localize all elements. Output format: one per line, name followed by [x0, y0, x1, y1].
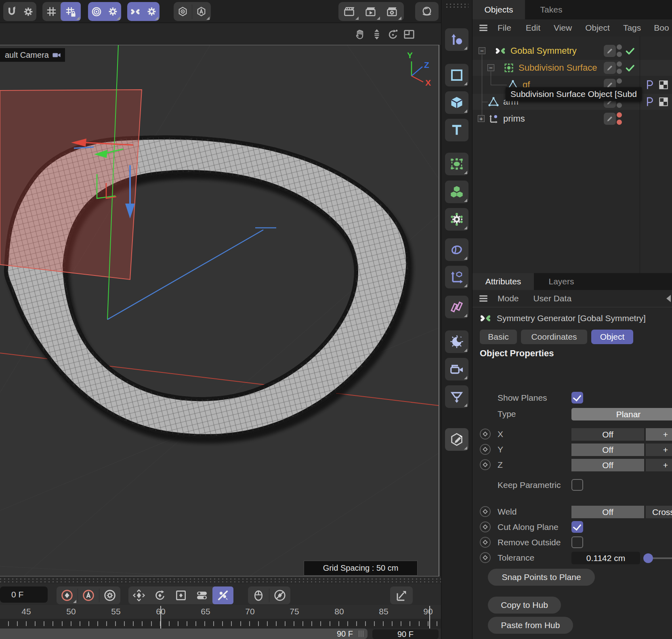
visibility-dot-render[interactable] — [617, 69, 622, 74]
axis-center-button[interactable] — [88, 2, 105, 21]
render-view-button[interactable] — [338, 2, 360, 21]
tolerance-input[interactable]: 0.1142 cm — [571, 552, 640, 564]
expand-toggle[interactable]: + — [478, 115, 485, 122]
tab-attributes[interactable]: Attributes — [472, 273, 534, 290]
texture-tag-icon[interactable] — [658, 80, 669, 90]
asset-a-button[interactable] — [192, 2, 210, 21]
viewport-canvas[interactable]: Y Z X — [0, 45, 439, 576]
visibility-dot-render[interactable] — [617, 120, 622, 125]
move-tool-button[interactable] — [445, 28, 468, 51]
symmetry-settings-button[interactable] — [143, 2, 160, 21]
hamburger-icon[interactable] — [478, 23, 489, 33]
visibility-dot-render[interactable] — [617, 52, 622, 57]
solo-animation-button[interactable] — [269, 586, 290, 604]
asset-eye-button[interactable] — [174, 2, 192, 21]
menu-tags[interactable]: Tags — [623, 23, 641, 33]
menu-view[interactable]: View — [554, 23, 572, 33]
enabled-check-icon[interactable] — [625, 63, 635, 73]
hamburger-icon[interactable] — [478, 293, 489, 304]
snap-points-to-plane-button[interactable]: Snap Points to Plane — [488, 569, 595, 586]
tab-coordinates[interactable]: Coordinates — [521, 330, 587, 344]
show-planes-checkbox[interactable] — [571, 392, 583, 404]
tab-objects[interactable]: Objects — [472, 0, 525, 19]
magnet-snap-button[interactable] — [3, 2, 20, 21]
keep-parametric-checkbox[interactable] — [571, 479, 583, 491]
camera-label[interactable]: ault Camera — [0, 48, 65, 62]
toggle-view-button[interactable] — [403, 28, 417, 40]
mouse-scrub-button[interactable] — [248, 586, 269, 604]
symmetry-toggle-button[interactable] — [127, 2, 143, 21]
palette-handle-vertical[interactable] — [445, 3, 468, 9]
scale-key-button[interactable] — [170, 586, 191, 604]
menu-edit[interactable]: Edit — [526, 23, 540, 33]
viewport[interactable]: Y Z X ault Camera Grid Spacing : 50 cm — [0, 45, 439, 576]
menu-object[interactable]: Object — [585, 23, 610, 33]
y-add-button[interactable]: + — [646, 444, 672, 456]
tree-row-gobal-symmetry[interactable]: − Gobal Symmetry — [472, 43, 672, 59]
modeling-settings-button[interactable] — [445, 428, 468, 451]
timeline-ruler[interactable]: 45 50 55 60 65 70 75 80 85 90 — [0, 605, 441, 619]
menu-bookmarks[interactable]: Boo — [654, 23, 669, 33]
collapse-toggle[interactable]: − — [487, 64, 494, 71]
keyframe-circle-icon[interactable] — [480, 506, 491, 517]
x-off-button[interactable]: Off — [571, 428, 644, 441]
autokey-button[interactable] — [78, 586, 99, 604]
surface-mode-button[interactable] — [445, 238, 468, 261]
collapse-toggle[interactable]: − — [479, 47, 485, 54]
y-off-button[interactable]: Off — [571, 444, 644, 456]
menu-file[interactable]: File — [498, 23, 511, 33]
position-key-button[interactable] — [128, 586, 149, 604]
tolerance-slider-track[interactable] — [653, 557, 672, 559]
object-label[interactable]: Gobal Symmetry — [510, 46, 577, 56]
record-keyframe-button[interactable] — [57, 586, 78, 604]
object-label[interactable]: Subdivision Surface — [519, 63, 597, 73]
object-axis-mode-button[interactable] — [445, 266, 468, 288]
frame-marker-90[interactable] — [429, 606, 430, 628]
keyframe-off-button[interactable] — [212, 586, 233, 604]
zoom-view-button[interactable] — [371, 28, 384, 40]
tab-object[interactable]: Object — [591, 330, 633, 344]
keyframe-circle-icon[interactable] — [480, 444, 491, 455]
edit-toggle[interactable] — [604, 113, 616, 125]
tab-layers[interactable]: Layers — [541, 273, 582, 290]
render-to-picture-viewer-button[interactable] — [360, 2, 381, 21]
render-settings-button[interactable] — [381, 2, 403, 21]
max-frame-field[interactable]: 90 F — [372, 629, 439, 639]
rotate-view-button[interactable] — [387, 28, 401, 40]
phong-tag-icon[interactable] — [644, 96, 655, 107]
rotation-key-button[interactable] — [149, 586, 170, 604]
lock-workplane-button[interactable] — [61, 2, 81, 21]
type-dropdown[interactable]: Planar — [571, 408, 672, 420]
preview-range-slider[interactable]: 90 F — [0, 628, 368, 639]
z-off-button[interactable]: Off — [571, 459, 644, 471]
palette-handle-horizontal[interactable] — [0, 576, 441, 584]
z-add-button[interactable]: + — [646, 459, 672, 471]
texture-tag-icon[interactable] — [658, 97, 669, 107]
visibility-dot-editor[interactable] — [617, 61, 622, 67]
visibility-dot-render[interactable] — [617, 103, 622, 108]
menu-user-data[interactable]: User Data — [533, 294, 572, 303]
copy-to-hub-button[interactable]: Copy to Hub — [488, 597, 561, 614]
region-select-button[interactable] — [445, 64, 468, 86]
texture-axis-mode-button[interactable] — [445, 296, 468, 318]
tab-basic[interactable]: Basic — [480, 330, 517, 344]
history-back-arrow-icon[interactable] — [666, 295, 671, 302]
fcurve-graph-button[interactable] — [390, 586, 413, 604]
frame-marker-60[interactable] — [160, 606, 161, 628]
keyframe-settings-button[interactable] — [99, 586, 120, 604]
keyframe-circle-icon[interactable] — [480, 552, 491, 563]
edges-mode-button[interactable] — [445, 181, 468, 203]
visibility-dot-editor[interactable] — [617, 44, 622, 50]
tree-row-subdivision-surface[interactable]: − Subdivision Surface — [472, 60, 672, 76]
cut-along-plane-checkbox[interactable] — [571, 521, 583, 533]
render-sphere-button[interactable] — [415, 2, 439, 21]
keyframe-circle-icon[interactable] — [480, 429, 491, 439]
current-frame-field[interactable]: 0 F — [0, 586, 48, 603]
points-mode-button[interactable] — [445, 153, 468, 175]
parameter-toggles-button[interactable] — [191, 586, 212, 604]
tree-row-prims[interactable]: + prims — [472, 111, 672, 127]
viewport-camera-button[interactable] — [445, 358, 468, 380]
menu-mode[interactable]: Mode — [498, 294, 519, 303]
workplane-grid-button[interactable] — [42, 2, 60, 21]
normal-mode-button[interactable] — [445, 330, 468, 353]
